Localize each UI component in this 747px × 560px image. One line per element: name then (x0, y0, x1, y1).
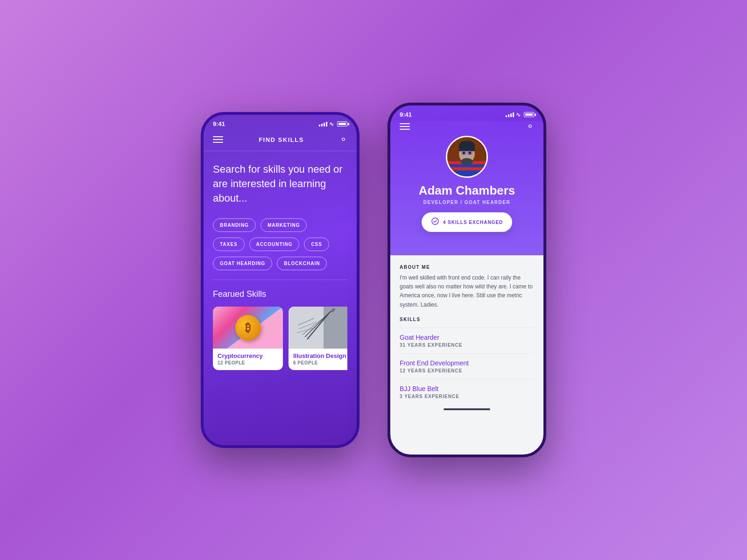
sketch-svg (289, 307, 347, 349)
menu-button-2[interactable] (400, 123, 410, 130)
crypto-card-info: Cryptocurrency 12 PEOPLE (213, 349, 283, 370)
sketch-background (289, 307, 347, 349)
user-title: DEVELOPER / GOAT HEARDER (400, 200, 534, 205)
search-button[interactable]: ⚬ (339, 134, 347, 145)
avatar-container (400, 136, 534, 178)
tag-marketing[interactable]: MARKETING (261, 218, 307, 232)
tag-blockchain[interactable]: BLOCKCHAIN (277, 257, 327, 270)
svg-point-18 (469, 151, 472, 154)
skill-cards-container: ₿ Cryptocurrency 12 PEOPLE (213, 307, 347, 370)
signal-icon-2 (506, 112, 514, 117)
svg-rect-12 (447, 167, 486, 170)
tags-row-2: TAXES ACCOUNTING CSS (213, 238, 347, 251)
avatar-image (447, 137, 486, 176)
svg-rect-1 (289, 307, 324, 349)
status-icons-1: ∿ (319, 121, 347, 127)
skills-exchanged-badge[interactable]: 4 SKILLS EXCHANGED (422, 212, 513, 232)
badge-label: 4 SKILLS EXCHANGED (443, 220, 503, 225)
bitcoin-coin: ₿ (235, 315, 261, 341)
phone-header-1: FIND SKILLS ⚬ (204, 130, 357, 151)
search-button-2[interactable]: ⚬ (526, 121, 534, 132)
tag-goat-hearding[interactable]: GOAT HEARDING (213, 257, 272, 270)
svg-rect-15 (459, 145, 475, 151)
tag-css[interactable]: CSS (304, 238, 329, 251)
menu-button[interactable] (213, 136, 223, 143)
divider-1 (213, 280, 347, 280)
tag-accounting[interactable]: ACCOUNTING (249, 238, 300, 251)
about-label: ABOUT ME (400, 265, 534, 270)
tag-taxes[interactable]: TAXES (213, 238, 245, 251)
home-indicator (444, 408, 490, 410)
about-text: I'm well skilled with front end code. I … (400, 273, 534, 309)
avatar-svg (447, 136, 486, 178)
status-bar-1: 9:41 ∿ (204, 115, 357, 130)
skill-exp-2: 3 YEARS EXPERIENCE (400, 394, 534, 399)
skill-exp-1: 12 YEARS EXPERIENCE (400, 368, 534, 373)
illustration-card-name: Illustration Design (293, 352, 347, 359)
tag-branding[interactable]: BRANDING (213, 218, 256, 232)
wifi-icon-2: ∿ (516, 112, 521, 118)
skill-exp-0: 31 YEARS EXPERIENCE (400, 343, 534, 348)
signal-icon (319, 122, 327, 126)
crypto-card-name: Cryptocurrency (218, 352, 278, 359)
skills-label: SKILLS (400, 317, 534, 322)
hero-text: Search for skills you need or are intere… (213, 162, 347, 205)
exchange-icon (431, 217, 439, 225)
crypto-card-image: ₿ (213, 307, 283, 349)
phone-find-skills: 9:41 ∿ FIND SKILLS ⚬ Search for skills y… (201, 112, 359, 448)
badge-icon (431, 217, 439, 227)
profile-nav: ⚬ (400, 121, 534, 132)
profile-header: ⚬ (390, 121, 543, 255)
battery-icon-2 (524, 112, 534, 117)
time-1: 9:41 (213, 120, 225, 127)
skill-item-1[interactable]: Front End Development 12 YEARS EXPERIENC… (400, 353, 534, 379)
skill-card-crypto[interactable]: ₿ Cryptocurrency 12 PEOPLE (213, 307, 283, 370)
illustration-card-info: Illustration Design 6 PEOPLE (289, 349, 347, 370)
status-bar-2: 9:41 ∿ (390, 105, 543, 121)
profile-body: ABOUT ME I'm well skilled with front end… (390, 255, 543, 420)
avatar (446, 136, 488, 178)
tags-row-3: GOAT HEARDING BLOCKCHAIN (213, 257, 347, 270)
skill-name-1: Front End Development (400, 359, 534, 367)
user-name: Adam Chambers (400, 183, 534, 198)
illustration-card-count: 6 PEOPLE (293, 360, 347, 365)
skill-item-0[interactable]: Goat Hearder 31 YEARS EXPERIENCE (400, 328, 534, 353)
svg-point-17 (463, 151, 465, 154)
skill-name-0: Goat Hearder (400, 334, 534, 341)
featured-skills-title: Fearued Skills (213, 289, 347, 299)
skill-name-2: BJJ Blue Belt (400, 385, 534, 392)
header-title: FIND SKILLS (259, 136, 304, 143)
phone-body-1: Search for skills you need or are intere… (204, 151, 357, 381)
status-icons-2: ∿ (506, 112, 534, 118)
wifi-icon: ∿ (329, 121, 334, 127)
crypto-card-count: 12 PEOPLE (218, 360, 278, 365)
skill-item-2[interactable]: BJJ Blue Belt 3 YEARS EXPERIENCE (400, 379, 534, 405)
illustration-card-image (289, 307, 347, 349)
svg-point-16 (461, 158, 473, 165)
battery-icon (337, 121, 347, 126)
time-2: 9:41 (400, 111, 412, 118)
phone-profile: 9:41 ∿ ⚬ (388, 103, 546, 457)
tags-row-1: BRANDING MARKETING (213, 218, 347, 232)
skill-card-illustration[interactable]: Illustration Design 6 PEOPLE (289, 307, 347, 370)
